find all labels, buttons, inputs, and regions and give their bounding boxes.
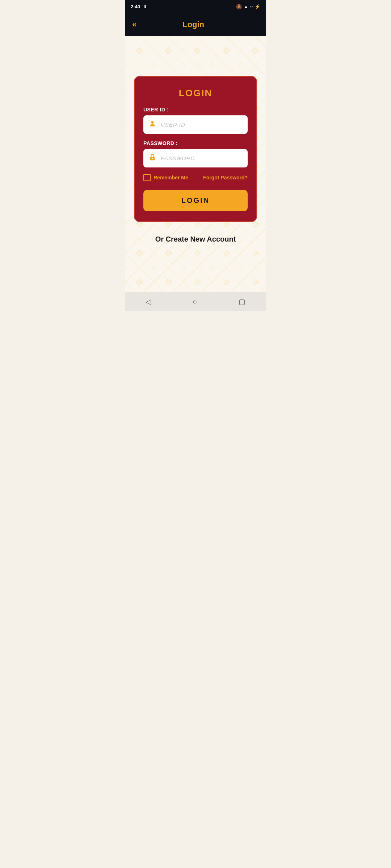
signal-icon: ▪▪ xyxy=(250,5,253,9)
back-button[interactable]: « xyxy=(132,20,136,29)
back-nav-icon[interactable]: ◁ xyxy=(146,297,151,306)
remember-me-label: Remember Me xyxy=(154,175,188,180)
status-right: 🔕 ▲ ▪▪ ⚡ xyxy=(236,4,260,9)
media-icon: ⏸ xyxy=(142,4,147,9)
password-input-wrapper xyxy=(143,149,248,167)
user-id-input-wrapper xyxy=(143,115,248,134)
login-card: LOGIN USER ID : PASSWORD : xyxy=(134,76,257,222)
user-id-input[interactable] xyxy=(161,122,243,128)
options-row: Remember Me Forgot Password? xyxy=(143,174,248,181)
status-time: 2:40 xyxy=(131,4,140,9)
svg-point-16 xyxy=(152,158,153,159)
header: « Login xyxy=(125,13,266,36)
user-id-label: USER ID : xyxy=(143,107,248,112)
bottom-nav: ◁ ○ ▢ xyxy=(125,292,266,311)
card-title: LOGIN xyxy=(143,88,248,99)
status-bar: 2:40 ⏸ 🔕 ▲ ▪▪ ⚡ xyxy=(125,0,266,13)
remember-me-row[interactable]: Remember Me xyxy=(143,174,188,181)
status-left: 2:40 ⏸ xyxy=(131,4,147,9)
bell-mute-icon: 🔕 xyxy=(236,4,242,9)
forgot-password-link[interactable]: Forgot Password? xyxy=(203,175,248,180)
login-button[interactable]: LOGIN xyxy=(143,190,248,211)
battery-icon: ⚡ xyxy=(255,4,260,9)
user-icon xyxy=(148,120,156,129)
create-account-text: Or Create New Account xyxy=(155,235,236,243)
main-content: LOGIN USER ID : PASSWORD : xyxy=(125,36,266,292)
home-nav-icon[interactable]: ○ xyxy=(193,298,197,306)
recent-nav-icon[interactable]: ▢ xyxy=(239,297,245,306)
remember-me-checkbox[interactable] xyxy=(143,174,151,181)
password-input[interactable] xyxy=(161,155,243,161)
password-label: PASSWORD : xyxy=(143,140,248,146)
lock-icon xyxy=(148,153,156,163)
page-title: Login xyxy=(136,20,250,29)
wifi-icon: ▲ xyxy=(244,4,248,9)
svg-point-14 xyxy=(151,121,154,124)
